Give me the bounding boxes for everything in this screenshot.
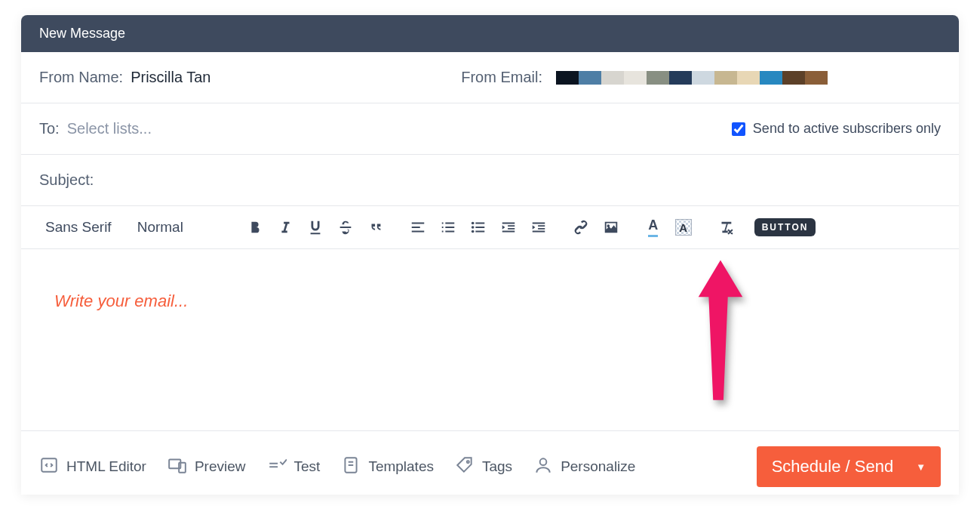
devices-icon [167,455,187,479]
strikethrough-button[interactable] [332,214,359,241]
blockquote-button[interactable] [362,214,389,241]
person-icon [533,455,553,479]
svg-rect-3 [41,458,57,471]
to-select-lists[interactable]: Select lists... [67,120,152,137]
active-subscribers-label: Send to active subscribers only [753,121,941,137]
image-button[interactable] [598,214,625,241]
redacted-swatch [737,71,760,85]
html-editor-label: HTML Editor [66,458,146,475]
background-color-button[interactable]: A [670,214,697,241]
svg-point-0 [471,222,474,225]
window-title: New Message [39,26,125,41]
from-email-label: From Email: [461,69,542,86]
italic-button[interactable] [272,214,299,241]
compose-footer: HTML Editor Preview Test Templates Tags … [21,430,959,495]
redacted-swatch [556,71,579,85]
templates-label: Templates [368,458,434,475]
font-family-value: Sans Serif [45,219,112,236]
bold-button[interactable] [241,214,269,241]
compose-card: New Message From Name: Priscilla Tan Fro… [21,15,959,495]
tags-label: Tags [482,458,512,475]
tag-icon [455,455,475,479]
redacted-swatch [579,71,601,85]
outdent-button[interactable] [495,214,522,241]
window-header: New Message [21,15,959,52]
svg-point-7 [467,461,469,463]
preview-label: Preview [195,458,246,475]
schedule-send-button[interactable]: Schedule / Send ▼ [757,446,941,487]
font-size-select[interactable]: Normal [128,219,234,236]
redacted-swatch [669,71,692,85]
chevron-down-icon: ▼ [916,461,926,473]
preview-button[interactable]: Preview [167,455,246,479]
underline-button[interactable] [302,214,329,241]
html-editor-button[interactable]: HTML Editor [39,455,146,479]
from-name-value[interactable]: Priscilla Tan [131,69,210,86]
active-subscribers-checkbox[interactable] [732,122,745,136]
template-icon [341,455,361,479]
unordered-list-button[interactable] [465,214,492,241]
personalize-button[interactable]: Personalize [533,455,635,479]
ordered-list-button[interactable] [435,214,462,241]
subject-label: Subject: [39,171,94,189]
redacted-swatch [624,71,647,85]
svg-point-8 [540,458,547,465]
indent-button[interactable] [525,214,552,241]
font-color-button[interactable]: A [640,214,667,241]
to-row: To: Select lists... Send to active subsc… [21,103,959,155]
svg-point-1 [471,226,474,229]
font-family-select[interactable]: Sans Serif [36,219,128,236]
test-label: Test [294,458,321,475]
code-icon [39,455,59,479]
redacted-swatch [647,71,669,85]
from-email-value[interactable] [556,71,828,85]
editor-placeholder: Write your email... [54,291,188,310]
redacted-swatch [805,71,828,85]
schedule-send-label: Schedule / Send [772,457,893,476]
redacted-swatch [760,71,782,85]
subject-row[interactable]: Subject: [21,155,959,206]
tags-button[interactable]: Tags [455,455,512,479]
to-label: To: [39,120,60,137]
redacted-swatch [692,71,714,85]
font-size-value: Normal [137,219,183,236]
insert-button-chip[interactable]: BUTTON [754,218,816,236]
clear-formatting-button[interactable] [712,214,739,241]
from-name-label: From Name: [39,69,123,86]
annotation-arrow [691,258,750,409]
editor-body[interactable]: Write your email... [21,249,959,430]
from-row: From Name: Priscilla Tan From Email: [21,52,959,103]
align-button[interactable] [404,214,432,241]
redacted-swatch [782,71,805,85]
editor-toolbar: Sans Serif Normal [21,206,959,249]
link-button[interactable] [567,214,594,241]
test-button[interactable]: Test [267,455,321,479]
redacted-swatch [714,71,737,85]
redacted-swatch [601,71,624,85]
send-check-icon [267,455,287,479]
svg-point-2 [471,230,474,233]
templates-button[interactable]: Templates [341,455,434,479]
personalize-label: Personalize [561,458,635,475]
